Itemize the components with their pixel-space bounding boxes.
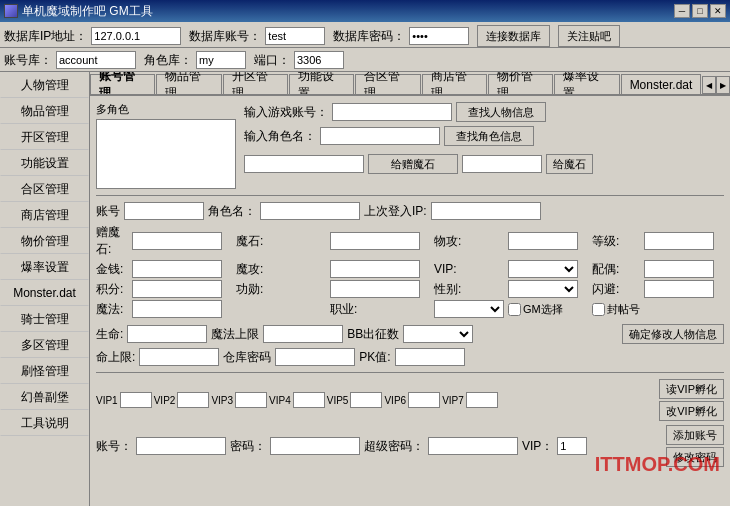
tab-function[interactable]: 功能设置 [289, 74, 354, 94]
give-magic-stone-btn[interactable]: 给魔石 [546, 154, 593, 174]
sidebar: 人物管理 物品管理 开区管理 功能设置 合区管理 商店管理 物价管理 爆率设置 … [0, 72, 90, 506]
phys-atk-field[interactable] [508, 232, 578, 250]
job-select[interactable] [434, 300, 504, 318]
role-lib-label: 角色库： [144, 52, 192, 69]
gender-select[interactable] [508, 280, 578, 298]
vip-bottom-field[interactable] [557, 437, 587, 455]
vip5-input[interactable] [350, 392, 382, 408]
sidebar-item-character[interactable]: 人物管理 [0, 72, 89, 98]
vip-select[interactable] [508, 260, 578, 278]
sidebar-item-items[interactable]: 物品管理 [0, 98, 89, 124]
sidebar-item-price[interactable]: 物价管理 [0, 228, 89, 254]
sidebar-item-drop-rate[interactable]: 爆率设置 [0, 254, 89, 280]
tab-monster-dat[interactable]: Monster.dat [621, 74, 702, 94]
tab-nav-left[interactable]: ◀ [702, 76, 716, 94]
tab-items[interactable]: 物品管理 [156, 74, 221, 94]
vip6-input[interactable] [408, 392, 440, 408]
bottom-account-field[interactable] [136, 437, 226, 455]
find-role-btn[interactable]: 查找角色信息 [444, 126, 534, 146]
vip4-input[interactable] [293, 392, 325, 408]
role-lib-input[interactable] [196, 51, 246, 69]
sidebar-item-shop[interactable]: 商店管理 [0, 202, 89, 228]
sidebar-item-knight[interactable]: 骑士管理 [0, 306, 89, 332]
input-game-account-field[interactable] [332, 103, 452, 121]
title-bar: 单机魔域制作吧 GM工具 ─ □ ✕ [0, 0, 730, 22]
vip6-label: VIP6 [384, 395, 406, 406]
sidebar-item-spawn[interactable]: 刷怪管理 [0, 358, 89, 384]
life-field[interactable] [127, 325, 207, 343]
tab-drop-rate[interactable]: 爆率设置 [554, 74, 619, 94]
hp-upper-field[interactable] [139, 348, 219, 366]
change-vip-birth-btn[interactable]: 改VIP孵化 [659, 401, 724, 421]
add-account-btn[interactable]: 添加账号 [666, 425, 724, 445]
magic-atk-field[interactable] [330, 260, 420, 278]
give-magic-stone-input[interactable] [462, 155, 542, 173]
vip3-input[interactable] [235, 392, 267, 408]
minimize-button[interactable]: ─ [674, 4, 690, 18]
sidebar-item-merge-zone[interactable]: 合区管理 [0, 176, 89, 202]
tab-nav-right[interactable]: ▶ [716, 76, 730, 94]
input-role-name-field[interactable] [320, 127, 440, 145]
level-field[interactable] [644, 232, 714, 250]
db-ip-input[interactable] [91, 27, 181, 45]
confirm-modify-btn[interactable]: 确定修改人物信息 [622, 324, 724, 344]
close-button[interactable]: ✕ [710, 4, 726, 18]
merit-field[interactable] [330, 280, 420, 298]
give-demon-stone-btn[interactable]: 给赠魔石 [368, 154, 458, 174]
sidebar-item-multi-zone[interactable]: 多区管理 [0, 332, 89, 358]
super-password-field[interactable] [428, 437, 518, 455]
gm-select-checkbox[interactable] [508, 303, 521, 316]
bb-go-out-select[interactable] [403, 325, 473, 343]
tab-shop[interactable]: 商店管理 [422, 74, 487, 94]
account-field[interactable] [124, 202, 204, 220]
partner-field[interactable] [644, 260, 714, 278]
magic-upper-field[interactable] [263, 325, 343, 343]
pk-value-field[interactable] [395, 348, 465, 366]
input-role-name-label: 输入角色名： [244, 128, 316, 145]
tab-account[interactable]: 账号管理 [90, 74, 155, 96]
db-password-input[interactable] [409, 27, 469, 45]
read-vip-birth-btn[interactable]: 读VIP孵化 [659, 379, 724, 399]
sidebar-item-monster-dat[interactable]: Monster.dat [0, 280, 89, 306]
multi-char-listbox[interactable] [96, 119, 236, 189]
connect-db-button[interactable]: 连接数据库 [477, 25, 550, 47]
tab-price[interactable]: 物价管理 [488, 74, 553, 94]
sidebar-item-illusion[interactable]: 幻兽副堡 [0, 384, 89, 410]
gold-field[interactable] [132, 260, 222, 278]
sidebar-item-function[interactable]: 功能设置 [0, 150, 89, 176]
tab-merge-zone[interactable]: 合区管理 [355, 74, 420, 94]
last-login-ip-field[interactable] [431, 202, 541, 220]
sidebar-item-tool-desc[interactable]: 工具说明 [0, 410, 89, 436]
account-lib-input[interactable] [56, 51, 136, 69]
tab-open-zone[interactable]: 开区管理 [223, 74, 288, 94]
db-account-group: 数据库账号： [189, 27, 325, 45]
warehouse-pwd-field[interactable] [275, 348, 355, 366]
vip2-input[interactable] [177, 392, 209, 408]
follow-btn[interactable]: 关注贴吧 [558, 25, 620, 47]
db-account-input[interactable] [265, 27, 325, 45]
sidebar-item-open-zone[interactable]: 开区管理 [0, 124, 89, 150]
db-ip-group: 数据库IP地址： [4, 27, 181, 45]
vip1-input[interactable] [120, 392, 152, 408]
seal-account-checkbox[interactable] [592, 303, 605, 316]
magic-field[interactable] [132, 300, 222, 318]
port-input[interactable] [294, 51, 344, 69]
demon-stone-field[interactable] [132, 232, 222, 250]
vip1-label: VIP1 [96, 395, 118, 406]
watermark: ITTMOP.COM [595, 453, 720, 476]
flash-field[interactable] [644, 280, 714, 298]
multi-char-label: 多角色 [96, 102, 236, 117]
role-name-field[interactable] [260, 202, 360, 220]
app-title: 单机魔域制作吧 GM工具 [22, 3, 153, 20]
give-demon-stone-input[interactable] [244, 155, 364, 173]
hp-upper-label: 命上限: [96, 349, 135, 366]
password-field[interactable] [270, 437, 360, 455]
vip7-input[interactable] [466, 392, 498, 408]
magic-upper-label: 魔法上限 [211, 326, 259, 343]
magic-stone-field[interactable] [330, 232, 420, 250]
find-player-btn[interactable]: 查找人物信息 [456, 102, 546, 122]
account-lib-label: 账号库： [4, 52, 52, 69]
seal-account-group: 封帖号 [592, 302, 640, 317]
maximize-button[interactable]: □ [692, 4, 708, 18]
points-field[interactable] [132, 280, 222, 298]
